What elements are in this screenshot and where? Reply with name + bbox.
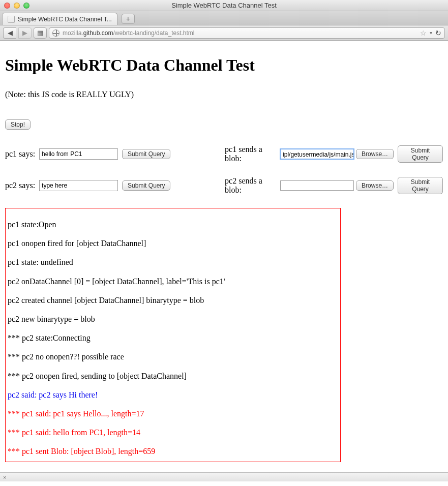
log-line: pc1 onopen fired for [object DataChannel… — [8, 238, 338, 248]
log-line: *** pc1 said: pc1 says Hello..., length=… — [8, 409, 338, 418]
log-line: *** pc2 state:Connecting — [8, 333, 338, 343]
log-line: *** pc1 said: hello from PC1, length=14 — [8, 428, 338, 437]
bookmark-star-icon[interactable]: ☆ — [420, 29, 427, 37]
log-line: *** pc2 no onopen??! possible race — [8, 352, 338, 361]
new-tab-button[interactable]: + — [122, 14, 135, 24]
pc1-says-input[interactable] — [39, 148, 118, 160]
page-note: (Note: this JS code is REALLY UGLY) — [5, 90, 443, 99]
pc2-blob-submit-button[interactable]: Submit Query — [398, 177, 443, 194]
pc1-blob-file-field[interactable]: ipl/getusermedia/js/main.js — [280, 149, 354, 159]
log-line: pc2 onDataChannel [0] = [object DataChan… — [8, 277, 338, 286]
back-arrow-icon: ◀ — [8, 29, 13, 37]
forward-arrow-icon: ▶ — [22, 29, 27, 37]
url-dropdown-icon[interactable]: ▾ — [430, 30, 432, 36]
forward-button[interactable]: ▶ — [18, 27, 32, 39]
back-button[interactable]: ◀ — [3, 27, 16, 39]
log-line: pc2 said: pc2 says Hi there! — [8, 390, 338, 400]
pc1-blob-submit-button[interactable]: Submit Query — [398, 145, 443, 163]
zoom-window-button[interactable] — [23, 3, 29, 9]
log-line: *** pc1 sent Blob: [object Blob], length… — [8, 446, 338, 456]
nav-toolbar: ◀ ▶ ▦ mozilla.github.com/webrtc-landing/… — [0, 25, 448, 41]
pc2-browse-button[interactable]: Browse… — [356, 180, 394, 191]
url-bar[interactable]: mozilla.github.com/webrtc-landing/data_t… — [49, 27, 445, 39]
minimize-window-button[interactable] — [14, 3, 20, 9]
window-titlebar: Simple WebRTC Data Channel Test — [0, 0, 448, 11]
browser-tab[interactable]: Simple WebRTC Data Channel T... — [2, 13, 117, 25]
pc1-browse-button[interactable]: Browse… — [356, 149, 394, 159]
tab-title: Simple WebRTC Data Channel T... — [18, 16, 112, 23]
url-path: /webrtc-landing/data_test.html — [113, 29, 194, 37]
globe-icon — [52, 29, 59, 37]
tab-groups-icon: ▦ — [37, 29, 43, 37]
log-line: *** pc2 onopen fired, sending to [object… — [8, 371, 338, 381]
pc1-blob-label: pc1 sends a blob: — [225, 145, 276, 163]
pc2-row: pc2 says: Submit Query pc2 sends a blob:… — [5, 176, 443, 195]
tab-groups-button[interactable]: ▦ — [34, 27, 47, 39]
close-window-button[interactable] — [4, 3, 10, 9]
log-line: pc2 new binarytype = blob — [8, 314, 338, 324]
pc2-says-input[interactable] — [39, 180, 118, 191]
log-line: pc1 state:Open — [8, 220, 338, 229]
pc1-row: pc1 says: Submit Query pc1 sends a blob:… — [5, 145, 443, 163]
pc2-blob-label: pc2 sends a blob: — [225, 176, 276, 195]
status-bar: × — [0, 472, 448, 481]
page-content: Simple WebRTC Data Channel Test (Note: t… — [0, 41, 448, 472]
url-domain: github.com — [83, 29, 113, 37]
pc2-says-submit-button[interactable]: Submit Query — [122, 180, 170, 191]
pc2-says-label: pc2 says: — [5, 181, 35, 190]
traffic-lights — [4, 3, 29, 9]
tab-strip: Simple WebRTC Data Channel T... + — [0, 11, 448, 25]
pc1-says-submit-button[interactable]: Submit Query — [122, 149, 170, 159]
pc2-blob-file-field[interactable] — [280, 180, 354, 191]
url-text: mozilla.github.com/webrtc-landing/data_t… — [63, 29, 194, 37]
log-line: pc2 created channel [object DataChannel]… — [8, 295, 338, 305]
stop-button[interactable]: Stop! — [5, 119, 31, 130]
reload-button[interactable]: ↻ — [435, 29, 441, 37]
plus-icon: + — [126, 15, 130, 23]
favicon-placeholder-icon — [8, 16, 15, 23]
log-output[interactable]: pc1 state:Openpc1 onopen fired for [obje… — [5, 208, 341, 462]
log-line: pc1 state: undefined — [8, 257, 338, 267]
window-title: Simple WebRTC Data Channel Test — [0, 2, 448, 9]
page-heading: Simple WebRTC Data Channel Test — [5, 56, 443, 75]
url-subdomain: mozilla. — [63, 29, 83, 37]
pc1-says-label: pc1 says: — [5, 149, 35, 159]
statusbar-close-icon[interactable]: × — [3, 474, 6, 480]
